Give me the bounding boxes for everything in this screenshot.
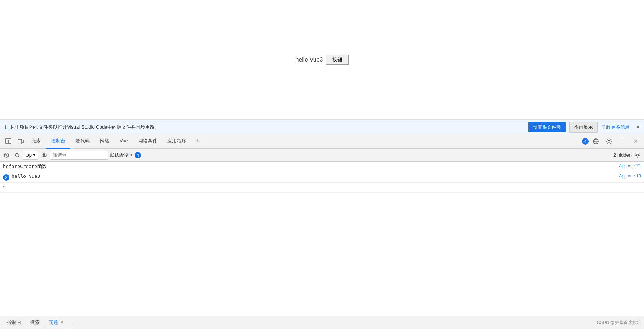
svg-point-4 [608, 140, 610, 142]
bottom-watermark: CSDN @振华首席娱乐 [597, 320, 641, 326]
tab-elements[interactable]: 元素 [26, 134, 46, 149]
console-count-badge: 4 [135, 152, 141, 158]
tab-vue[interactable]: Vue [115, 134, 133, 149]
bottom-tab-search[interactable]: 搜索 [26, 316, 44, 329]
dropdown-arrow-icon: ▼ [32, 153, 36, 157]
tab-network-conditions[interactable]: 网络条件 [133, 134, 162, 149]
preview-content: hello Vue3 按钮 [295, 55, 348, 65]
default-level-label: 默认级别 [110, 152, 129, 158]
console-row: beforeCreate函数 App.vue:21 [0, 162, 644, 172]
preview-button[interactable]: 按钮 [326, 55, 349, 65]
hidden-settings-icon[interactable] [633, 151, 642, 160]
inspect-element-icon[interactable] [3, 136, 15, 147]
toolbar-right: 4 ⋮ ✕ [582, 136, 641, 147]
info-bar: ℹ 标识项目的根文件夹以打开Visual Studio Code中的源文件并同步… [0, 120, 644, 134]
console-row-source-1[interactable]: App.vue:21 [619, 163, 641, 168]
learn-more-link[interactable]: 了解更多信息 [601, 124, 630, 130]
set-root-button[interactable]: 设置根文件夹 [528, 122, 566, 132]
svg-point-10 [43, 154, 45, 156]
network-icon[interactable] [590, 136, 602, 147]
console-badge-count: 4 [582, 138, 589, 145]
info-icon: ℹ [4, 124, 7, 130]
bottom-tab-add-label: + [73, 320, 75, 325]
settings-icon[interactable] [603, 136, 615, 147]
more-options-icon[interactable]: ⋮ [616, 136, 628, 147]
top-label: top [25, 152, 32, 158]
no-show-button[interactable]: 不再显示 [569, 122, 598, 133]
level-dropdown-arrow-icon: ▼ [129, 153, 133, 157]
filter-input[interactable] [50, 151, 108, 160]
svg-line-6 [5, 154, 8, 157]
add-tab-button[interactable]: + [191, 136, 203, 147]
hidden-count-text: 2 hidden [613, 152, 632, 158]
log-level-dropdown[interactable]: 默认级别 ▼ [110, 152, 133, 158]
bottom-tab-add[interactable]: + [68, 316, 80, 329]
close-devtools-icon[interactable]: ✕ [629, 136, 641, 147]
context-dropdown[interactable]: top ▼ [23, 151, 38, 160]
tab-source[interactable]: 源代码 [70, 134, 95, 149]
console-row-text-1: beforeCreate函数 [3, 163, 619, 170]
preview-text: hello Vue3 [295, 56, 323, 63]
tab-network[interactable]: 网络 [95, 134, 115, 149]
bottom-tab-console-label: 控制台 [7, 319, 22, 326]
bottom-tabs: 控制台 搜索 问题 ✕ + CSDN @振华首席娱乐 [0, 316, 644, 329]
devtools-panel: ℹ 标识项目的根文件夹以打开Visual Studio Code中的源文件并同步… [0, 120, 644, 329]
tab-console[interactable]: 控制台 [46, 134, 70, 149]
svg-rect-1 [18, 139, 22, 144]
preview-area: hello Vue3 按钮 [0, 0, 644, 120]
info-message: 标识项目的根文件夹以打开Visual Studio Code中的源文件并同步更改… [10, 124, 525, 130]
svg-line-8 [18, 156, 19, 157]
devtools-tabs: 元素 控制台 源代码 网络 Vue 网络条件 应用程序 + [26, 134, 582, 148]
svg-point-9 [42, 154, 46, 157]
console-expand-row: › [0, 183, 644, 193]
console-output: beforeCreate函数 App.vue:21 2 hello Vue3 A… [0, 162, 644, 329]
svg-rect-2 [22, 140, 23, 143]
device-toggle-icon[interactable] [15, 136, 26, 147]
console-row-badge-2: 2 [3, 174, 9, 181]
eye-icon[interactable] [40, 151, 49, 160]
info-close-icon[interactable]: × [636, 124, 640, 130]
console-row-text-2: hello Vue3 [12, 173, 619, 179]
hidden-count: 2 hidden [613, 151, 642, 160]
filter-icon[interactable] [12, 151, 21, 160]
expand-icon[interactable]: › [3, 184, 5, 190]
bottom-tab-search-label: 搜索 [30, 319, 40, 326]
tab-application[interactable]: 应用程序 [162, 134, 191, 149]
bottom-tab-issues-label: 问题 [49, 319, 58, 326]
clear-console-icon[interactable] [2, 151, 11, 160]
console-row-source-2[interactable]: App.vue:13 [619, 173, 641, 179]
svg-point-7 [15, 153, 18, 156]
bottom-tab-console[interactable]: 控制台 [3, 316, 26, 329]
console-row: 2 hello Vue3 App.vue:13 [0, 172, 644, 183]
devtools-toolbar: 元素 控制台 源代码 网络 Vue 网络条件 应用程序 + 4 [0, 134, 644, 149]
svg-point-11 [637, 154, 639, 156]
console-toolbar: top ▼ 默认级别 ▼ 4 2 hidden [0, 149, 644, 162]
bottom-tab-issues-close-icon[interactable]: ✕ [60, 320, 64, 325]
bottom-tab-issues[interactable]: 问题 ✕ [44, 316, 68, 329]
